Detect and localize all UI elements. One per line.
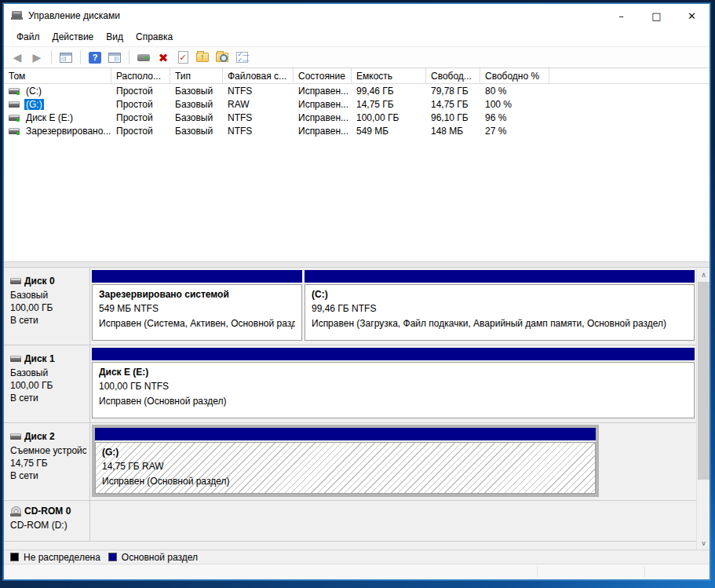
volume-type: Базовый [170, 97, 223, 111]
disk2-info[interactable]: Диск 2 Съемное устройство 14,75 ГБ В сет… [4, 423, 90, 500]
scroll-down-icon[interactable]: ∨ [697, 536, 710, 550]
volume-free-pct: 27 % [480, 124, 549, 137]
disk-size: 100,00 ГБ [10, 379, 86, 392]
menu-view[interactable]: Вид [100, 29, 130, 45]
legend-swatch-unallocated [10, 553, 19, 561]
volume-free: 96,10 ГБ [426, 111, 480, 124]
volume-free-pct: 96 % [480, 111, 549, 124]
volume-drive-icon [9, 101, 20, 108]
column-header-free-pct[interactable]: Свободно % [480, 68, 549, 84]
volume-row-g-selected[interactable]: (G:) Простой Базовый RAW Исправен... 14,… [4, 97, 710, 111]
cdrom-info[interactable]: CD-ROM 0 CD-ROM (D:) [4, 501, 90, 541]
disk1-info[interactable]: Диск 1 Базовый 100,00 ГБ В сети [4, 345, 90, 422]
partition-e[interactable]: Диск E (E:) 100,00 ГБ NTFS Исправен (Осн… [92, 348, 695, 418]
explore-folder-icon[interactable] [213, 49, 231, 66]
partition-system-reserved[interactable]: Зарезервировано системой 549 МБ NTFS Исп… [92, 270, 302, 341]
disk-name: CD-ROM 0 [24, 506, 71, 517]
toolbar-separator [51, 50, 52, 64]
disk-name: Диск 2 [24, 431, 55, 442]
disk2-row: Диск 2 Съемное устройство 14,75 ГБ В сет… [4, 423, 696, 501]
volume-filesystem: NTFS [223, 84, 294, 97]
volume-name: Диск E (E:) [24, 112, 75, 123]
partition-title: (G:) [102, 445, 589, 459]
partition-size: 99,46 ГБ NTFS [312, 301, 688, 316]
volume-filesystem: NTFS [223, 111, 294, 124]
open-folder-icon[interactable] [194, 49, 211, 66]
column-header-type[interactable]: Тип [170, 68, 223, 84]
volume-capacity: 100,00 ГБ [352, 111, 426, 124]
column-header-layout[interactable]: Располо... [111, 68, 170, 84]
partition-color-bar [305, 270, 695, 283]
partition-size: 549 МБ NTFS [99, 301, 295, 316]
show-console-tree-icon[interactable] [57, 49, 75, 66]
menu-help[interactable]: Справка [130, 29, 179, 45]
legend-label: Не распределена [24, 552, 100, 563]
partition-c[interactable]: (C:) 99,46 ГБ NTFS Исправен (Загрузка, Ф… [305, 270, 695, 341]
volume-capacity: 549 МБ [352, 124, 426, 137]
volume-row-system-reserved[interactable]: Зарезервировано... Простой Базовый NTFS … [4, 124, 710, 137]
volume-capacity: 99,46 ГБ [352, 84, 426, 97]
scroll-up-icon[interactable]: ∧ [697, 268, 710, 281]
disk-type: Съемное устройство [10, 444, 86, 457]
column-header-volume[interactable]: Том [4, 68, 111, 84]
maximize-button[interactable]: □ [639, 4, 674, 27]
graphical-view-pane: Диск 0 Базовый 100,00 ГБ В сети Зарезерв… [4, 268, 710, 550]
vertical-scrollbar[interactable]: ∧ ∨ [696, 268, 710, 550]
volume-drive-icon [9, 128, 20, 134]
partition-size: 14,75 ГБ RAW [102, 459, 589, 474]
menu-bar: Файл Действие Вид Справка [4, 27, 710, 46]
partition-status: Исправен (Загрузка, Файл подкачки, Авари… [312, 316, 688, 331]
column-header-filesystem[interactable]: Файловая с... [223, 68, 294, 84]
minimize-button[interactable]: – [604, 4, 639, 27]
volume-filesystem: RAW [223, 97, 294, 111]
disk0-info[interactable]: Диск 0 Базовый 100,00 ГБ В сети [4, 268, 90, 345]
volume-layout: Простой [111, 111, 170, 124]
partition-status: Исправен (Основной раздел) [99, 394, 688, 409]
disk-name: Диск 1 [24, 353, 55, 364]
volume-name: Зарезервировано... [24, 126, 111, 137]
cdrom-icon [10, 506, 21, 516]
volume-status: Исправен... [294, 111, 352, 124]
volume-name: (C:) [24, 86, 43, 97]
volume-free-pct: 80 % [480, 84, 549, 97]
legend-label: Основной раздел [122, 552, 198, 563]
volume-row-e[interactable]: Диск E (E:) Простой Базовый NTFS Исправе… [4, 111, 710, 124]
disk1-graph: Диск E (E:) 100,00 ГБ NTFS Исправен (Осн… [90, 345, 696, 422]
forward-icon[interactable]: ▶ [28, 49, 46, 66]
disk-type: Базовый [10, 289, 86, 301]
disk-icon [10, 356, 21, 362]
column-header-free[interactable]: Свобод... [426, 68, 480, 84]
menu-action[interactable]: Действие [46, 29, 100, 45]
volume-layout: Простой [111, 124, 170, 137]
title-bar[interactable]: Управление дисками – □ ✕ [4, 4, 710, 27]
disk-management-app-icon [11, 11, 24, 20]
disk-management-window: Управление дисками – □ ✕ Файл Действие В… [3, 3, 710, 580]
disk-type: Базовый [10, 367, 86, 379]
delete-volume-icon[interactable]: ✖ [155, 49, 172, 66]
check-document-icon[interactable] [174, 49, 192, 66]
volume-status: Исправен... [294, 84, 352, 97]
partition-color-bar [95, 428, 596, 440]
column-header-status[interactable]: Состояние [294, 68, 352, 84]
close-button[interactable]: ✕ [674, 4, 710, 27]
device-properties-icon[interactable] [135, 49, 152, 66]
partition-g-selected[interactable]: (G:) 14,75 ГБ RAW Исправен (Основной раз… [95, 428, 596, 494]
back-icon[interactable]: ◀ [9, 49, 26, 66]
pane-splitter[interactable] [4, 261, 710, 268]
disk-icon [10, 433, 21, 440]
scrollbar-thumb[interactable] [698, 282, 710, 480]
disk-size: 14,75 ГБ [10, 457, 86, 469]
volume-row-c[interactable]: (C:) Простой Базовый NTFS Исправен... 99… [4, 84, 710, 97]
column-header-capacity[interactable]: Емкость [352, 68, 426, 84]
show-action-pane-icon[interactable] [106, 49, 123, 66]
properties-list-icon[interactable] [233, 49, 250, 66]
volume-type: Базовый [170, 111, 223, 124]
status-separator [537, 567, 538, 577]
partition-title: Диск E (E:) [99, 365, 688, 379]
volume-free: 79,78 ГБ [426, 84, 480, 97]
legend-primary-partition: Основной раздел [108, 552, 198, 563]
menu-file[interactable]: Файл [10, 29, 46, 45]
partition-status: Исправен (Основной раздел) [102, 474, 589, 489]
help-icon[interactable]: ? [86, 49, 104, 66]
window-title: Управление дисками [28, 10, 120, 21]
